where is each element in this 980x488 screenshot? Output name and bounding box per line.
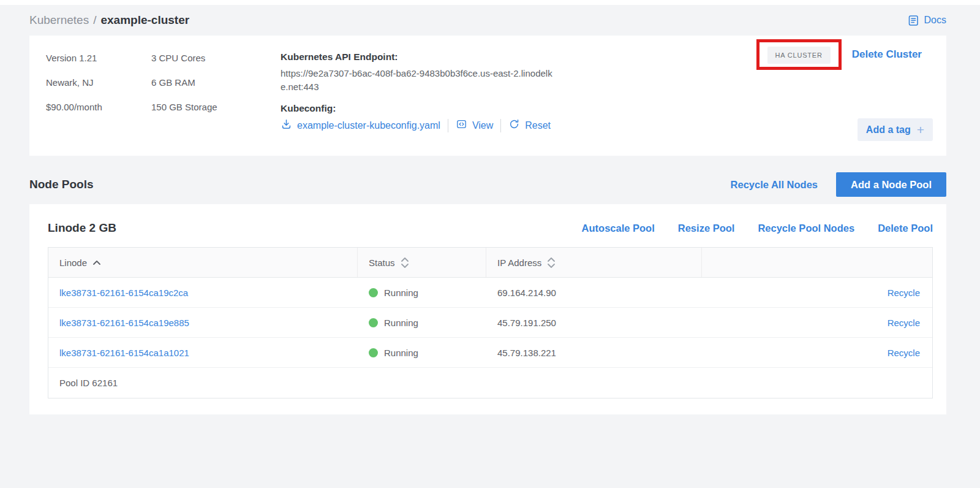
api-endpoint-label: Kubernetes API Endpoint: (281, 51, 562, 63)
kubeconfig-download-link[interactable]: example-cluster-kubeconfig.yaml (281, 118, 440, 132)
column-header-linode[interactable]: Linode (48, 248, 358, 277)
kubeconfig-file-name: example-cluster-kubeconfig.yaml (297, 120, 440, 131)
reset-refresh-icon (508, 118, 520, 132)
sort-both-icon (547, 257, 556, 269)
pool-actions: Autoscale Pool Resize Pool Recycle Pool … (559, 223, 933, 234)
kubeconfig-actions-row: example-cluster-kubeconfig.yaml View Res… (281, 118, 562, 132)
node-pool-card: Linode 2 GB Autoscale Pool Resize Pool R… (29, 204, 946, 414)
node-pools-header-row: Node Pools Recycle All Nodes Add a Node … (29, 172, 946, 197)
recycle-pool-nodes-link[interactable]: Recycle Pool Nodes (758, 223, 854, 234)
node-table: Linode Status IP Address (48, 247, 933, 398)
status-running-icon (369, 348, 378, 357)
breadcrumb-kubernetes-link[interactable]: Kubernetes (29, 13, 89, 26)
breadcrumb-cluster-name: example-cluster (100, 13, 189, 26)
download-icon (281, 118, 292, 132)
node-status-text: Running (384, 288, 418, 298)
code-view-icon (456, 118, 467, 132)
cluster-specs-column-2: 3 CPU Cores 6 GB RAM 150 GB Storage (151, 51, 281, 141)
node-name-link[interactable]: lke38731-62161-6154ca1a1021 (59, 348, 189, 358)
cluster-ram: 6 GB RAM (151, 76, 281, 89)
node-table-row: lke38731-62161-6154ca19c2ca Running 69.1… (48, 278, 932, 308)
node-pools-header-actions: Recycle All Nodes Add a Node Pool (731, 172, 946, 197)
node-ip-address: 69.164.214.90 (497, 288, 556, 298)
cluster-top-actions: HA CLUSTER Delete Cluster (756, 39, 922, 70)
kubeconfig-view-label: View (472, 120, 493, 131)
cluster-storage: 150 GB Storage (151, 101, 281, 113)
autoscale-pool-link[interactable]: Autoscale Pool (582, 223, 655, 234)
recycle-node-link[interactable]: Recycle (888, 348, 920, 358)
page-header: Kubernetes/example-cluster Docs (29, 5, 946, 36)
delete-cluster-link[interactable]: Delete Cluster (852, 48, 922, 61)
kubernetes-cluster-page: Kubernetes/example-cluster Docs Version … (0, 5, 980, 414)
cluster-cpu: 3 CPU Cores (151, 51, 281, 64)
delete-pool-link[interactable]: Delete Pool (878, 223, 933, 234)
kubeconfig-reset-link[interactable]: Reset (508, 118, 551, 132)
cluster-specs-column-1: Version 1.21 Newark, NJ $90.00/month (46, 51, 151, 141)
resize-pool-link[interactable]: Resize Pool (678, 223, 735, 234)
kubeconfig-label: Kubeconfig: (281, 103, 562, 114)
node-status-text: Running (384, 348, 418, 358)
cluster-summary-card: Version 1.21 Newark, NJ $90.00/month 3 C… (29, 36, 946, 156)
status-running-icon (369, 318, 378, 327)
status-running-icon (369, 288, 378, 297)
node-table-row: lke38731-62161-6154ca19e885 Running 45.7… (48, 308, 932, 338)
cluster-price: $90.00/month (46, 101, 151, 113)
pool-id-footer: Pool ID 62161 (48, 368, 932, 398)
recycle-node-link[interactable]: Recycle (888, 288, 920, 298)
recycle-node-link[interactable]: Recycle (888, 318, 920, 328)
kubeconfig-view-link[interactable]: View (456, 118, 493, 132)
add-tag-label: Add a tag (866, 124, 911, 135)
column-header-actions-empty (702, 248, 932, 277)
add-node-pool-button[interactable]: Add a Node Pool (836, 172, 946, 197)
node-pools-title: Node Pools (29, 178, 94, 191)
docs-link-label: Docs (924, 15, 946, 26)
node-table-row: lke38731-62161-6154ca1a1021 Running 45.7… (48, 338, 932, 368)
docs-link[interactable]: Docs (907, 14, 946, 27)
breadcrumb-separator: / (93, 13, 96, 26)
column-header-status[interactable]: Status (358, 248, 486, 277)
node-name-link[interactable]: lke38731-62161-6154ca19e885 (59, 318, 189, 328)
recycle-all-nodes-link[interactable]: Recycle All Nodes (731, 179, 818, 191)
divider (448, 119, 448, 132)
window-top-edge (0, 0, 980, 5)
node-ip-address: 45.79.191.250 (497, 318, 556, 328)
api-endpoint-url: https://9e2a7307-b6ac-408f-ba62-9483b0b3… (281, 67, 553, 94)
endpoint-kubeconfig-column: Kubernetes API Endpoint: https://9e2a730… (281, 51, 562, 141)
cluster-region: Newark, NJ (46, 76, 151, 89)
pool-plan-name: Linode 2 GB (48, 221, 116, 235)
add-tag-button[interactable]: Add a tag + (858, 118, 933, 141)
plus-icon: + (917, 123, 924, 136)
ha-cluster-badge: HA CLUSTER (767, 47, 831, 64)
breadcrumb: Kubernetes/example-cluster (29, 13, 189, 27)
annotation-highlight-box: HA CLUSTER (756, 39, 842, 70)
sort-both-icon (401, 257, 409, 269)
column-header-ip-label: IP Address (497, 257, 541, 268)
column-header-ip-address[interactable]: IP Address (486, 248, 702, 277)
node-status-text: Running (384, 318, 418, 328)
sort-ascending-icon (92, 260, 101, 265)
column-header-status-label: Status (369, 257, 395, 268)
cluster-version: Version 1.21 (46, 51, 151, 64)
pool-id-text: Pool ID 62161 (59, 378, 118, 388)
column-header-linode-label: Linode (59, 257, 87, 268)
pool-card-header: Linode 2 GB Autoscale Pool Resize Pool R… (48, 218, 933, 235)
docs-icon (907, 14, 920, 27)
node-table-header: Linode Status IP Address (48, 248, 932, 278)
divider (500, 119, 501, 132)
kubeconfig-reset-label: Reset (525, 120, 551, 131)
node-name-link[interactable]: lke38731-62161-6154ca19c2ca (59, 288, 188, 298)
node-ip-address: 45.79.138.221 (497, 348, 556, 358)
